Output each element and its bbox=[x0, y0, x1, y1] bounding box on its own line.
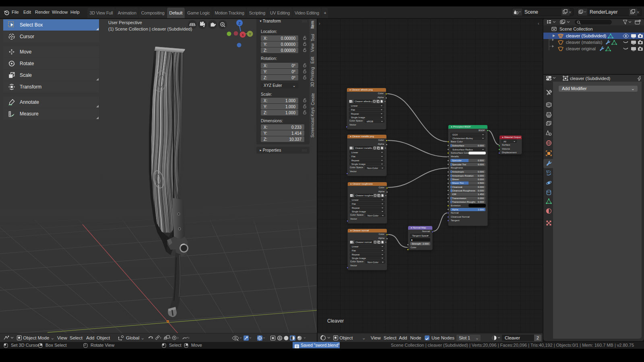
svg-text:Z: Z bbox=[238, 21, 241, 25]
svg-text:X: X bbox=[242, 33, 244, 37]
svg-text:Y: Y bbox=[249, 32, 251, 36]
